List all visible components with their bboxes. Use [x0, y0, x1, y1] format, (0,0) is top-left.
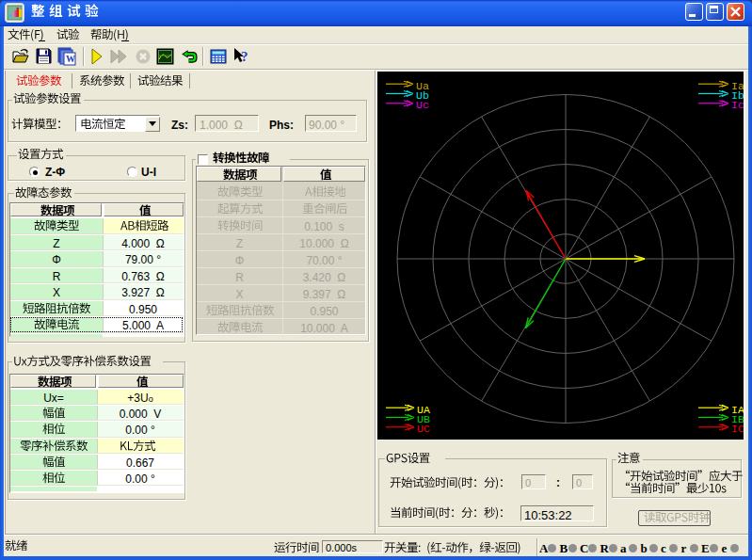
svg-text:Ic: Ic [731, 99, 744, 111]
svg-text:IC: IC [731, 423, 744, 435]
svg-text:Uc: Uc [416, 99, 429, 111]
svg-text:W: W [66, 54, 75, 64]
svg-text:?: ? [241, 49, 248, 64]
svg-text:UC: UC [417, 423, 430, 435]
